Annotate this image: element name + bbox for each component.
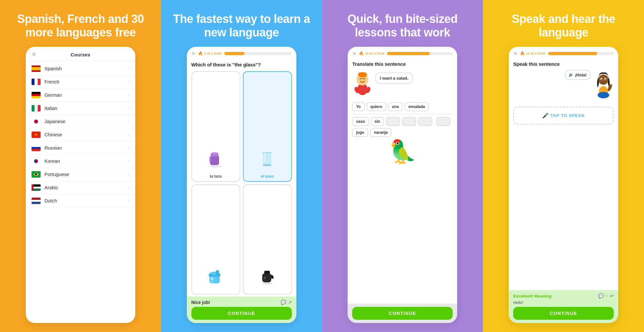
panel-4-title: Speak and hear the language [492,12,635,40]
quiz-option-vaso[interactable]: el vaso [243,71,292,182]
close-icon[interactable]: ✕ [32,51,36,58]
chevron-icon: › [128,159,130,163]
mug-icon [206,150,226,172]
progress-fill-3 [387,52,430,55]
svg-point-30 [598,92,609,98]
language-item-korean[interactable]: Korean › [26,155,135,168]
quiz-option-4[interactable] [243,184,292,295]
continue-button-3[interactable]: CONTINUE [352,307,453,320]
language-item-french[interactable]: French › [26,75,135,89]
language-item-spanish[interactable]: Spanish › [26,62,135,75]
lang-name-arabic: Arabic [44,185,128,190]
chevron-icon: › [128,172,130,177]
chevron-icon: › [128,198,130,203]
svg-point-20 [264,277,265,278]
streak-text: 3 IN A ROW [204,52,222,55]
chat-icon-4[interactable]: 💬 [598,293,604,298]
word-ensalada[interactable]: ensalada [405,102,429,111]
hola-text: ¡Hola! [575,73,587,77]
quiz-footer: Nice job! 💬 ↗ CONTINUE [187,297,296,323]
excellent-text: Excellent! Meaning: [513,294,553,298]
chevron-icon: › [128,132,130,137]
svg-rect-9 [264,153,266,162]
flag-korea [32,158,41,164]
word-empty-4 [436,117,450,126]
progress-bar [224,52,292,55]
word-vaso[interactable]: vaso [352,117,369,126]
svg-rect-24 [359,73,360,75]
language-item-dutch[interactable]: Dutch › [26,194,135,208]
word-empty-1 [386,117,400,126]
tap-to-speak-button[interactable]: 🎤 TAP TO SPEAK [513,107,614,124]
translate-inner: ✕ 🔥 10 IN A ROW Translate this sentence [348,47,457,323]
flag-italy [32,105,41,112]
lang-name-dutch: Dutch [44,198,128,203]
quiz-option-3[interactable] [191,184,240,295]
flag-portugal [32,171,41,178]
word-jugo[interactable]: jugo [352,128,368,137]
quiz-nice-row: Nice job! 💬 ↗ [191,300,292,305]
streak-row: 🔥 3 IN A ROW [198,51,222,56]
chevron-icon: › [128,145,130,150]
flag-russia [32,145,41,151]
svg-rect-5 [263,152,271,164]
chat-icon[interactable]: 💬 [281,300,286,305]
tap-label: TAP TO SPEAK [551,113,585,118]
placed-words: Yo quiero una ensalada [352,102,453,114]
svg-point-16 [262,283,273,285]
translate-header: ✕ 🔥 10 IN A ROW [348,47,457,59]
language-item-japanese[interactable]: Japanese › [26,115,135,128]
continue-button-2[interactable]: CONTINUE [191,307,292,320]
flag-spain [32,65,41,72]
share-icon[interactable]: ↗ [288,300,292,305]
lang-name-spanish: Spanish [44,66,128,71]
word-una[interactable]: una [388,102,403,111]
panel-translate: Quick, fun bite-sized lessons that work … [322,0,483,332]
quiz-close-icon[interactable]: ✕ [191,51,196,57]
translate-footer: CONTINUE [348,304,457,323]
hola-bubble: 🔊 ¡Hola! [565,70,591,80]
word-sin[interactable]: sin [371,117,384,126]
speak-close-icon[interactable]: ✕ [513,51,517,57]
word-naranja[interactable]: naranja [370,128,392,137]
language-item-german[interactable]: German › [26,89,135,102]
streak-row-3: 🔥 10 IN A ROW [359,51,384,56]
speak-question: Speak this sentence [509,59,618,68]
glass-icon [258,150,277,172]
svg-point-34 [601,79,602,80]
continue-button-4[interactable]: CONTINUE [513,307,614,320]
owl-character: 🦜 [352,138,453,165]
svg-point-14 [210,277,214,280]
language-item-russian[interactable]: Russian › [26,142,135,155]
character-speak-icon [593,70,614,102]
word-quiero[interactable]: quiero [367,102,386,111]
flag-dutch [32,198,41,204]
language-item-portuguese[interactable]: Portuguese › [26,168,135,181]
language-item-arabic[interactable]: Arabic › [26,181,135,194]
svg-rect-25 [362,72,363,75]
translate-close-icon[interactable]: ✕ [352,51,356,57]
word-yo[interactable]: Yo [352,102,364,111]
language-item-chinese[interactable]: ★ Chinese › [26,128,135,142]
refresh-icon-4[interactable]: ↩ [610,293,614,298]
translate-question: Translate this sentence [348,59,457,68]
language-item-italian[interactable]: Italian › [26,102,135,115]
courses-card: ✕ Courses Spanish › French › [26,47,135,323]
chevron-icon: › [128,185,130,190]
speak-card: ✕ 🔥 12 IN A ROW Speak this sentence 🔊 ¡H… [509,47,618,323]
word-bank-area: Yo quiero una ensalada vaso sin jugo nar… [348,100,457,304]
speaker-icon: 🔊 [569,73,573,77]
lang-name-french: French [44,79,128,84]
courses-header: ✕ Courses [26,47,135,61]
share-icon-4[interactable]: ↑ [606,293,608,298]
quiz-action-icons: 💬 ↗ [281,300,292,305]
chevron-icon: › [128,66,130,71]
language-list: Spanish › French › German › [26,61,135,323]
quiz-option-taza[interactable]: la taza [191,71,240,182]
svg-rect-13 [216,270,219,275]
flag-arabic [32,184,41,191]
translate-scene: I want a salad. [348,68,457,100]
progress-fill-4 [548,52,597,55]
progress-bar-3 [387,52,453,55]
svg-point-31 [598,74,609,85]
